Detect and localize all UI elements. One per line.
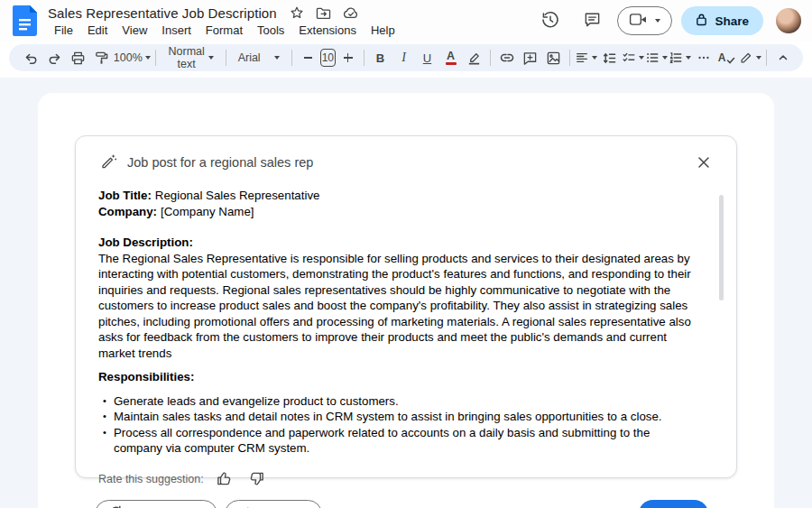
thumbs-up-button[interactable] [213,468,236,490]
magic-pencil-icon [100,152,117,173]
hide-menus-button[interactable] [771,46,794,69]
dialog-footer: View another Refine Insert [76,500,736,508]
job-description-text: The Regional Sales Representative is res… [98,251,694,362]
dialog-scrollbar-thumb[interactable] [719,195,724,300]
menu-edit[interactable]: Edit [81,23,114,38]
toolbar-divider [569,50,570,66]
chevron-down-icon [145,56,151,60]
google-docs-logo-icon[interactable] [13,5,37,36]
minus-icon [304,57,312,59]
chevron-down-icon [662,56,668,60]
more-options-button[interactable] [692,46,715,69]
cloud-saved-icon[interactable] [343,6,359,19]
chevron-down-icon [756,56,761,60]
view-another-button[interactable]: View another [95,500,217,508]
paint-format-button[interactable] [90,46,113,69]
lock-icon [696,13,707,29]
app-bar: Sales Representative Job Description Fil… [0,0,812,42]
share-button[interactable]: Share [681,6,763,35]
toolbar-divider [291,50,292,66]
toolbar: 100% Normal text Arial 10 B I U A A [9,44,803,71]
text-color-icon: A [446,51,457,66]
numbered-list-button[interactable] [669,46,691,69]
comment-icon [584,11,601,31]
menu-tools[interactable]: Tools [251,23,291,38]
font-select[interactable]: Arial [231,46,287,69]
account-avatar[interactable] [776,8,801,33]
chevron-down-icon [274,56,280,60]
toolbar-divider [766,50,767,66]
menu-format[interactable]: Format [199,23,249,38]
company-label: Company: [98,205,157,218]
add-comment-button[interactable] [519,46,541,69]
text-color-button[interactable]: A [439,46,462,69]
menu-insert[interactable]: Insert [155,23,198,38]
version-history-button[interactable] [534,5,567,37]
list-item: Process all correspondence and paperwork… [98,425,694,457]
list-item: Generate leads and evangelize product to… [98,393,694,410]
editing-mode-button[interactable] [739,46,761,69]
generated-text: Job Title:Regional Sales Representative … [76,175,736,457]
menu-file[interactable]: File [48,23,79,38]
redo-button[interactable] [43,46,66,69]
open-comments-button[interactable] [576,5,608,37]
rate-suggestion-label: Rate this suggestion: [98,473,204,485]
spelling-check-button[interactable]: A [715,46,738,69]
bulleted-list-button[interactable] [645,46,668,69]
print-button[interactable] [67,46,89,69]
chevron-down-icon [639,56,644,60]
chevron-down-icon [686,56,691,60]
decrease-font-size-button[interactable] [297,46,319,69]
responsibilities-list: Generate leads and evangelize product to… [98,393,694,457]
job-title-value: Regional Sales Representative [155,189,320,202]
dialog-header: Job post for a regional sales rep [76,136,736,175]
document-page[interactable]: Job post for a regional sales rep Job Ti… [38,93,774,508]
align-button[interactable] [575,46,597,69]
document-title[interactable]: Sales Representative Job Description [48,5,277,21]
star-icon[interactable] [290,5,304,20]
close-button[interactable] [691,150,716,175]
responsibilities-heading: Responsibilities: [98,369,694,385]
menu-help[interactable]: Help [364,23,401,38]
toolbar-divider [364,50,364,66]
menu-extensions[interactable]: Extensions [292,23,363,38]
document-canvas: Job post for a regional sales rep Job Ti… [0,78,812,508]
toolbar-divider [490,50,491,66]
underline-button[interactable]: U [416,46,438,69]
join-call-button[interactable] [617,6,672,35]
plus-icon [344,53,353,62]
increase-font-size-button[interactable] [337,46,359,69]
chevron-down-icon [592,56,597,60]
job-title-label: Job Title: [98,189,152,202]
font-size-input[interactable]: 10 [320,49,336,67]
paragraph-style-select[interactable]: Normal text [161,46,221,69]
insert-image-button[interactable] [542,46,565,69]
list-item: Maintain sales tasks and detail notes in… [98,409,694,425]
rating-row: Rate this suggestion: [76,468,736,490]
thumbs-down-button[interactable] [245,468,269,490]
zoom-select[interactable]: 100% [114,46,151,69]
toolbar-divider [155,50,156,66]
toolbar-divider [226,50,226,66]
insert-link-button[interactable] [495,46,518,69]
video-camera-icon [629,13,648,29]
chevron-down-icon [208,56,214,60]
undo-button[interactable] [20,46,42,69]
checklist-button[interactable] [622,46,644,69]
italic-button[interactable]: I [392,46,415,69]
dialog-title: Job post for a regional sales rep [127,155,313,170]
line-spacing-button[interactable] [598,46,621,69]
menu-bar: File Edit View Insert Format Tools Exten… [48,23,401,38]
company-value: [Company Name] [161,205,254,218]
highlight-color-button[interactable] [463,46,485,69]
insert-button[interactable]: Insert [639,500,708,508]
help-me-write-dialog: Job post for a regional sales rep Job Ti… [75,135,737,478]
chevron-down-icon [655,19,660,23]
bold-button[interactable]: B [369,46,392,69]
history-icon [541,11,559,32]
menu-view[interactable]: View [115,23,153,38]
share-button-label: Share [715,14,749,28]
move-to-folder-icon[interactable] [316,6,331,20]
job-description-heading: Job Description: [98,235,694,251]
refine-button[interactable]: Refine [225,500,323,508]
